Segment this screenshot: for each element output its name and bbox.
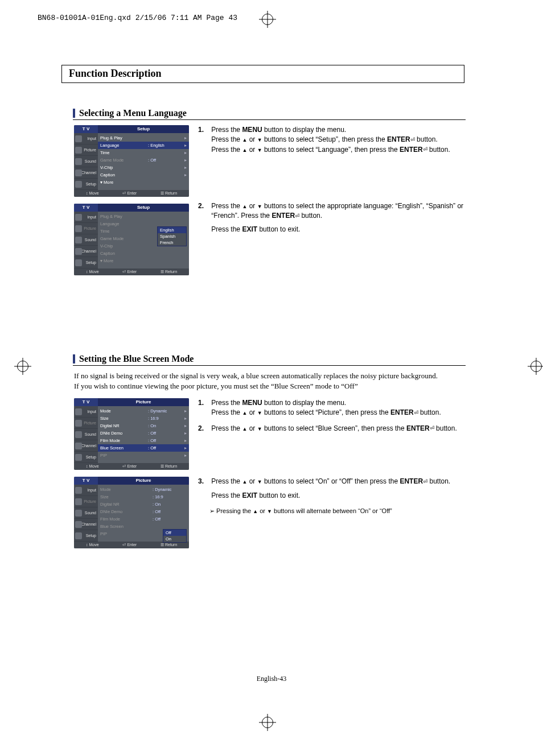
up-arrow-icon: ▲ (242, 410, 247, 416)
up-arrow-icon: ▲ (242, 204, 247, 209)
down-arrow-icon: ▼ (257, 137, 262, 143)
osd-hint-return: ☰ Return (161, 463, 177, 470)
osd-picture-menu: T V Picture Input Picture Sound Channel … (74, 398, 189, 470)
down-arrow-icon: ▼ (257, 410, 262, 416)
osd-item: Time▸ (98, 149, 189, 156)
picture-icon (75, 147, 82, 154)
osd-item: Mode: Dynamic (98, 486, 189, 493)
osd-language-submenu: T V Setup Input Picture Sound Channel Se… (74, 204, 189, 275)
osd-tab-channel: Channel (74, 167, 98, 179)
sound-icon (75, 158, 82, 165)
osd-hint-move: ↕ Move (86, 190, 99, 197)
osd-category: T V (74, 204, 98, 212)
up-arrow-icon: ▲ (242, 147, 247, 153)
note-arrow-icon: ➢ (209, 507, 215, 514)
osd-tab-setup: Setup (74, 179, 98, 190)
heading-bar-icon (73, 109, 75, 118)
osd-tab-input: Input (74, 133, 98, 144)
osd-title: Setup (98, 125, 189, 133)
osd-submenu-box: English Spanish French (157, 226, 187, 246)
enter-icon: ⏎ (423, 146, 427, 154)
step-number: 1. (198, 125, 209, 135)
osd-item: DNIe Demo: Off (98, 508, 189, 515)
osd-tab-sound: Sound (74, 429, 98, 440)
up-arrow-icon: ▲ (253, 509, 258, 514)
chapter-title: Function Description (69, 68, 162, 80)
enter-icon: ⏎ (430, 424, 434, 433)
osd-title: Picture (98, 398, 189, 406)
osd-item: PIP▸ (98, 452, 189, 459)
osd-tab-setup: Setup (74, 257, 98, 268)
registration-mark-icon (17, 361, 28, 372)
osd-item: Caption (98, 250, 189, 257)
setup-icon (75, 532, 82, 539)
osd-category: T V (74, 125, 98, 133)
up-arrow-icon: ▲ (242, 137, 247, 143)
osd-hint-return: ☰ Return (161, 190, 177, 197)
enter-icon: ⏎ (423, 478, 427, 486)
osd-hint-return: ☰ Return (161, 268, 177, 275)
osd-tab-setup: Setup (74, 530, 98, 542)
osd-tab-input: Input (74, 212, 98, 223)
picture-icon (75, 225, 82, 232)
chapter-title-box: Function Description (61, 65, 464, 83)
setup-icon (75, 259, 82, 266)
osd-title: Setup (98, 204, 189, 212)
instruction-note: ➢ Pressing the ▲ or ▼ buttons will alter… (209, 507, 471, 516)
osd-item: Size: 16:9 (98, 493, 189, 501)
enter-icon: ⏎ (410, 136, 415, 144)
osd-item: Size: 16:9▸ (98, 415, 189, 422)
sound-icon (75, 431, 82, 438)
osd-item-selected: Blue Screen: Off▸ (98, 444, 189, 452)
osd-tab-sound: Sound (74, 507, 98, 519)
osd-tab-setup: Setup (74, 452, 98, 463)
section-heading: Setting the Blue Screen Mode (73, 354, 466, 366)
instruction-step: 2. Press the ▲ or ▼ buttons to select th… (198, 201, 471, 234)
osd-tab-input: Input (74, 406, 98, 418)
osd-item: Film Mode: Off▸ (98, 437, 189, 444)
osd-item: Plug & Play▸ (98, 134, 189, 142)
step-number: 2. (198, 201, 209, 211)
osd-option: French (158, 239, 186, 246)
input-icon (75, 408, 82, 415)
section-heading-text: Selecting a Menu Language (79, 108, 187, 118)
osd-hint-move: ↕ Move (86, 463, 99, 470)
osd-tab-channel: Channel (74, 246, 98, 257)
sound-icon (75, 237, 82, 243)
registration-mark-icon (262, 14, 273, 25)
osd-item: ▾ More (98, 179, 189, 186)
osd-submenu-box: Off On (163, 529, 187, 543)
step-number: 1. (198, 398, 209, 408)
osd-item: ▾ More (98, 257, 189, 265)
osd-item: Digital NR: On (98, 501, 189, 508)
enter-icon: ⏎ (295, 212, 299, 221)
osd-tab-channel: Channel (74, 440, 98, 452)
enter-icon: ⏎ (414, 409, 418, 418)
down-arrow-icon: ▼ (257, 204, 262, 209)
osd-hint-enter: ⏎ Enter (122, 463, 137, 470)
osd-hint-enter: ⏎ Enter (122, 542, 137, 548)
osd-item: Film Mode: Off (98, 515, 189, 523)
section-heading: Selecting a Menu Language (73, 108, 466, 120)
print-job-header: BN68-01001A-01Eng.qxd 2/15/06 7:11 AM Pa… (38, 14, 237, 22)
osd-title: Picture (98, 477, 189, 485)
osd-tab-input: Input (74, 485, 98, 496)
picture-icon (75, 498, 82, 505)
instruction-step: 1. Press the MENU button to display the … (198, 125, 471, 155)
page-number: English-43 (0, 675, 543, 683)
sound-icon (75, 510, 82, 517)
up-arrow-icon: ▲ (242, 426, 247, 432)
input-icon (75, 214, 82, 221)
osd-tab-picture: Picture (74, 418, 98, 429)
osd-category: T V (74, 398, 98, 406)
osd-option-selected: Off (163, 530, 186, 536)
heading-bar-icon (73, 354, 75, 363)
registration-mark-icon (530, 361, 542, 372)
osd-tab-channel: Channel (74, 519, 98, 530)
osd-item: Digital NR: On▸ (98, 422, 189, 429)
osd-item: DNIe Demo: Off▸ (98, 429, 189, 437)
osd-setup-menu: T V Setup Input Picture Sound Channel Se… (74, 125, 189, 197)
osd-item: V-Chip▸ (98, 164, 189, 171)
osd-category: T V (74, 477, 98, 485)
section-intro: If no signal is being received or the si… (74, 371, 467, 391)
